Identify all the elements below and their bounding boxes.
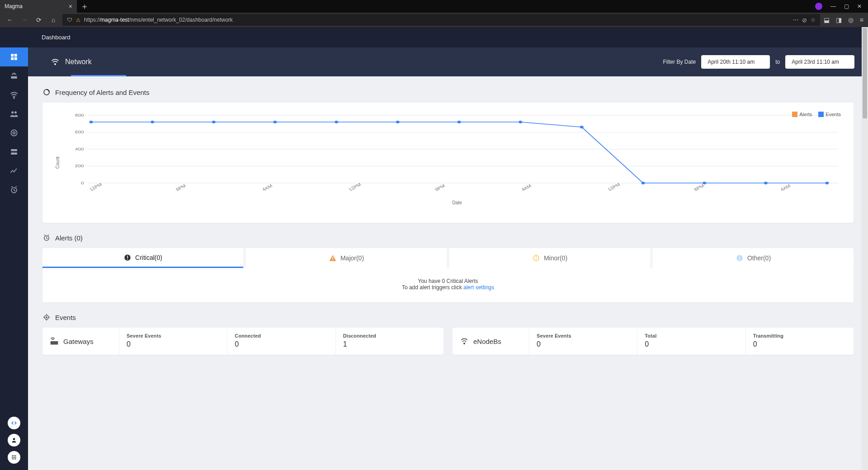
warn-icon (329, 254, 337, 262)
sidebar-item-wifi[interactable] (0, 85, 28, 104)
alert-tab-major[interactable]: Major(0) (246, 248, 447, 268)
svg-point-16 (12, 457, 13, 458)
warn-outline-icon (532, 254, 540, 262)
apps-icon (11, 454, 17, 461)
svg-point-4 (14, 98, 14, 99)
svg-point-8 (13, 132, 15, 134)
svg-point-18 (15, 457, 16, 458)
svg-point-46 (274, 121, 277, 123)
svg-point-14 (14, 455, 14, 456)
svg-text:4AM: 4AM (520, 183, 533, 192)
svg-text:12PM: 12PM (88, 182, 103, 192)
svg-point-48 (396, 121, 400, 123)
alert-tab-minor[interactable]: Minor(0) (449, 248, 650, 268)
network-tab[interactable]: Network (42, 57, 92, 66)
wifi-icon (9, 90, 19, 99)
stat-cell: Connected0 (227, 328, 335, 355)
alerts-empty-state: You have 0 Critical Alerts To add alert … (42, 268, 854, 302)
dns-icon (10, 148, 18, 156)
svg-point-49 (458, 121, 461, 123)
account-icon[interactable]: ◎ (848, 16, 854, 24)
svg-text:4AM: 4AM (779, 183, 792, 192)
svg-point-54 (764, 182, 768, 184)
menu-icon[interactable]: ≡ (860, 16, 863, 24)
svg-rect-10 (11, 153, 17, 155)
back-icon[interactable]: ← (5, 16, 15, 24)
bookmark-icon[interactable]: ☆ (811, 17, 816, 23)
browser-tab[interactable]: Magma × (0, 0, 77, 13)
svg-point-15 (15, 455, 16, 456)
gateway-icon (50, 337, 59, 346)
maximize-icon[interactable]: ▢ (844, 3, 849, 9)
network-icon (51, 57, 60, 66)
new-tab-icon[interactable]: ＋ (80, 1, 89, 12)
chart-circle-icon (42, 88, 51, 96)
svg-point-50 (519, 121, 522, 123)
scrollbar[interactable] (862, 27, 868, 470)
sidebar-item-equipment[interactable] (0, 66, 28, 85)
stat-cell: Disconnected1 (336, 328, 443, 355)
svg-point-45 (212, 121, 216, 123)
svg-point-20 (14, 458, 14, 459)
svg-text:8PM: 8PM (175, 183, 187, 192)
close-window-icon[interactable]: ✕ (857, 3, 862, 9)
sidebar-item-config[interactable] (0, 142, 28, 161)
active-tab-underline (71, 75, 126, 76)
nav-bar: ← → ⟳ ⌂ 🛡 ⚠ https://magma-test/nms/entel… (0, 13, 868, 27)
sidebar-help-button[interactable] (8, 417, 20, 429)
sidebar (0, 27, 28, 470)
date-to-input[interactable]: April 23rd 11:10 am (785, 55, 854, 69)
chart-card: Alerts Events Count 020040060080012PM8PM… (42, 103, 854, 223)
svg-text:8PM: 8PM (434, 183, 446, 192)
forward-icon[interactable]: → (19, 16, 30, 24)
library-icon[interactable]: ⬓ (824, 16, 830, 24)
svg-point-19 (12, 458, 13, 459)
sidebar-item-metrics[interactable] (0, 161, 28, 180)
people-icon (9, 109, 19, 118)
date-separator: to (775, 59, 780, 65)
stat-cell: Transmitting0 (746, 328, 854, 355)
more-icon[interactable]: ⋯ (793, 17, 798, 23)
enodeb-icon (460, 337, 469, 346)
sidebar-item-subscribers[interactable] (0, 104, 28, 123)
alert-tabs: Critical(0)Major(0)Minor(0)Other(0) (42, 248, 854, 268)
my-location-icon (42, 313, 51, 321)
stats-card-gateways: GatewaysSevere Events0Connected0Disconne… (42, 328, 443, 355)
person-icon (11, 437, 17, 443)
home-icon[interactable]: ⌂ (48, 16, 59, 24)
sidebar-item-alarms[interactable] (0, 180, 28, 199)
reader-icon[interactable]: ⊘ (802, 17, 807, 24)
alert-settings-link[interactable]: alert settings (463, 284, 494, 291)
sidebar-apps-button[interactable] (8, 451, 20, 464)
sidebar-account-button[interactable] (8, 434, 20, 446)
reload-icon[interactable]: ⟳ (33, 16, 44, 24)
stat-cell: Total0 (637, 328, 745, 355)
svg-rect-67 (739, 256, 740, 257)
events-stats-row: GatewaysSevere Events0Connected0Disconne… (42, 328, 854, 355)
header-bar: Network Filter By Date April 20th 11:10 … (28, 47, 868, 76)
sidebar-item-dashboard[interactable] (0, 47, 28, 66)
svg-rect-3 (14, 57, 17, 60)
svg-point-13 (12, 455, 13, 456)
info-icon (736, 254, 744, 262)
sidebar-toggle-icon[interactable]: ◨ (836, 16, 842, 24)
sidebar-item-traffic[interactable] (0, 123, 28, 142)
chart-legend: Alerts Events (792, 112, 841, 117)
scrollbar-thumb[interactable] (863, 28, 867, 118)
svg-point-53 (703, 182, 706, 184)
router-icon (9, 71, 19, 80)
svg-text:200: 200 (75, 164, 84, 168)
tab-title: Magma (5, 3, 23, 9)
extension-icon[interactable] (815, 3, 822, 10)
url-bar[interactable]: 🛡 ⚠ https://magma-test/nms/entel_network… (62, 14, 820, 26)
minimize-icon[interactable]: — (830, 3, 836, 9)
alarm-icon (42, 234, 51, 242)
code-icon (11, 420, 17, 426)
svg-point-22 (55, 64, 56, 65)
alert-tab-other[interactable]: Other(0) (653, 248, 854, 268)
svg-text:600: 600 (75, 130, 84, 134)
chart-section-header: Frequency of Alerts and Events (42, 88, 854, 96)
date-from-input[interactable]: April 20th 11:10 am (701, 55, 770, 69)
close-tab-icon[interactable]: × (69, 3, 72, 10)
alert-tab-critical[interactable]: Critical(0) (42, 248, 243, 268)
